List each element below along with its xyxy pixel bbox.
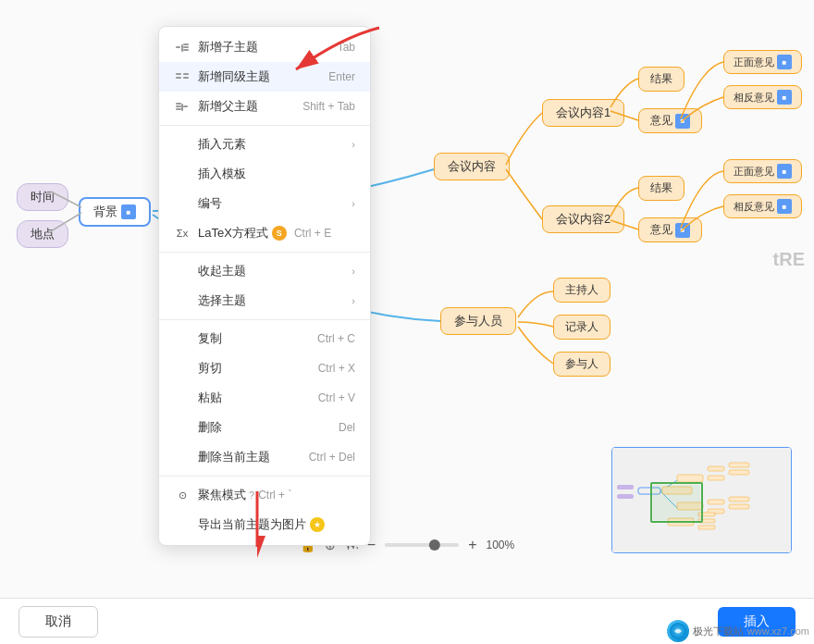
svg-rect-15 xyxy=(181,104,183,111)
menu-item-numbering[interactable]: 编号 › xyxy=(159,189,370,218)
shortcut-delete: Del xyxy=(339,421,355,434)
menu-item-focus-mode[interactable]: ⊙ 聚焦模式 ? Ctrl + ` xyxy=(159,480,370,510)
svg-rect-37 xyxy=(698,526,715,529)
svg-rect-6 xyxy=(181,44,183,52)
shortcut-add-sibling: Enter xyxy=(328,70,355,83)
svg-rect-35 xyxy=(698,513,715,516)
cancel-button[interactable]: 取消 xyxy=(18,606,98,638)
latex-icon: Σx xyxy=(174,225,191,242)
tre-text: tRE xyxy=(773,249,805,270)
menu-item-add-child[interactable]: 新增子主题 Tab xyxy=(159,32,370,62)
add-parent-icon xyxy=(174,98,191,115)
delete-current-icon xyxy=(174,449,191,465)
node-时间[interactable]: 时间 xyxy=(17,183,68,211)
watermark-text: 极光下载站 xyxy=(693,625,744,638)
menu-item-paste[interactable]: 粘贴 Ctrl + V xyxy=(159,383,370,413)
mini-map-svg xyxy=(612,448,791,552)
shortcut-delete-current: Ctrl + Del xyxy=(309,451,355,464)
node-参与人[interactable]: 参与人 xyxy=(553,352,610,377)
divider-2 xyxy=(159,252,370,253)
node-背景[interactable]: 背景 ■ xyxy=(79,197,151,227)
node-意见2[interactable]: 意见 ■ xyxy=(638,217,702,242)
svg-rect-10 xyxy=(183,77,189,79)
node-正面意见2[interactable]: 正面意见 ■ xyxy=(723,159,802,183)
menu-item-latex[interactable]: Σx LaTeX方程式 S Ctrl + E xyxy=(159,218,370,248)
node-正面意见1[interactable]: 正面意见 ■ xyxy=(723,50,802,74)
node-意见1[interactable]: 意见 ■ xyxy=(638,108,702,133)
shortcut-add-parent: Shift + Tab xyxy=(302,100,355,113)
node-相反意见1[interactable]: 相反意见 ■ xyxy=(723,85,802,109)
menu-item-add-sibling[interactable]: 新增同级主题 Enter xyxy=(159,62,370,92)
menu-label-latex: LaTeX方程式 xyxy=(198,225,268,242)
node-相反意见2[interactable]: 相反意见 ■ xyxy=(723,194,802,218)
export-image-icon xyxy=(174,516,191,533)
menu-label-paste: 粘贴 xyxy=(198,390,222,406)
mini-map[interactable] xyxy=(611,447,792,553)
menu-item-select[interactable]: 选择主题 › xyxy=(159,286,370,316)
svg-rect-18 xyxy=(617,485,634,489)
shortcut-focus-mode: Ctrl + ` xyxy=(258,489,291,502)
insert-element-icon xyxy=(174,136,191,153)
menu-item-delete-current[interactable]: 删除当前主题 Ctrl + Del xyxy=(159,442,370,472)
menu-item-export-image[interactable]: 导出当前主题为图片 ★ xyxy=(159,510,370,539)
doc-icon-背景: ■ xyxy=(121,204,136,219)
node-记录人[interactable]: 记录人 xyxy=(553,315,610,340)
menu-item-copy[interactable]: 复制 Ctrl + C xyxy=(159,324,370,353)
menu-label-numbering: 编号 xyxy=(198,195,222,212)
zoom-percent: 100% xyxy=(486,539,514,551)
svg-rect-13 xyxy=(176,105,181,107)
svg-rect-39 xyxy=(653,485,700,520)
menu-item-add-parent[interactable]: 新增父主题 Shift + Tab xyxy=(159,92,370,121)
node-会议内容2[interactable]: 会议内容2 xyxy=(542,205,624,233)
canvas-area: 时间 地点 背景 ■ 会议内容 会议内容1 会议内容2 结果 意见 ■ 正面意见… xyxy=(0,0,814,607)
watermark-site: www.xz7.com xyxy=(747,625,809,637)
zoom-slider[interactable] xyxy=(385,543,459,547)
zoom-plus[interactable]: + xyxy=(468,537,476,553)
copy-icon xyxy=(174,330,191,347)
node-会议内容1[interactable]: 会议内容1 xyxy=(542,99,624,127)
svg-rect-3 xyxy=(183,43,189,45)
svg-rect-19 xyxy=(617,494,634,499)
menu-item-cut[interactable]: 剪切 Ctrl + X xyxy=(159,353,370,383)
select-icon xyxy=(174,292,191,309)
add-child-icon xyxy=(174,39,191,56)
node-主持人[interactable]: 主持人 xyxy=(553,278,610,303)
context-menu: 新增子主题 Tab 新增同级主题 Enter 新增父主题 Shift + Tab… xyxy=(158,26,371,546)
svg-rect-31 xyxy=(729,470,749,475)
node-结果2[interactable]: 结果 xyxy=(638,176,684,201)
svg-rect-28 xyxy=(708,500,724,504)
doc-icon-意见2: ■ xyxy=(675,223,690,238)
svg-rect-23 xyxy=(677,475,703,482)
focus-mode-help[interactable]: ? xyxy=(249,489,254,501)
node-参与人员[interactable]: 参与人员 xyxy=(440,307,516,335)
menu-item-collapse[interactable]: 收起主题 › xyxy=(159,256,370,286)
svg-rect-27 xyxy=(708,476,724,480)
watermark: 极光下载站 www.xz7.com xyxy=(667,620,809,642)
menu-label-add-parent: 新增父主题 xyxy=(198,98,258,115)
svg-rect-8 xyxy=(176,77,181,79)
latex-premium-badge: S xyxy=(272,226,287,241)
node-地点[interactable]: 地点 xyxy=(17,220,68,248)
menu-label-collapse: 收起主题 xyxy=(198,263,246,279)
svg-rect-14 xyxy=(176,108,181,110)
svg-rect-26 xyxy=(708,466,724,471)
bottom-toolbar: 取消 插入 极光下载站 www.xz7.com xyxy=(0,598,814,644)
menu-label-export-image: 导出当前主题为图片 xyxy=(198,516,306,533)
menu-label-add-child: 新增子主题 xyxy=(198,39,258,56)
cut-icon xyxy=(174,360,191,377)
shortcut-paste: Ctrl + V xyxy=(318,391,355,404)
watermark-logo xyxy=(667,620,689,642)
doc-icon-正面意见1: ■ xyxy=(777,55,792,69)
menu-label-focus-mode: 聚焦模式 xyxy=(198,487,246,503)
menu-item-insert-template[interactable]: 插入模板 xyxy=(159,159,370,189)
menu-item-insert-element[interactable]: 插入元素 › xyxy=(159,130,370,159)
node-结果1[interactable]: 结果 xyxy=(638,67,684,92)
menu-item-delete[interactable]: 删除 Del xyxy=(159,413,370,442)
numbering-icon xyxy=(174,195,191,212)
svg-rect-7 xyxy=(176,73,181,75)
node-会议内容[interactable]: 会议内容 xyxy=(434,153,510,180)
zoom-slider-thumb xyxy=(429,539,440,551)
shortcut-cut: Ctrl + X xyxy=(318,362,355,375)
shortcut-add-child: Tab xyxy=(338,41,355,54)
svg-rect-9 xyxy=(183,73,189,75)
